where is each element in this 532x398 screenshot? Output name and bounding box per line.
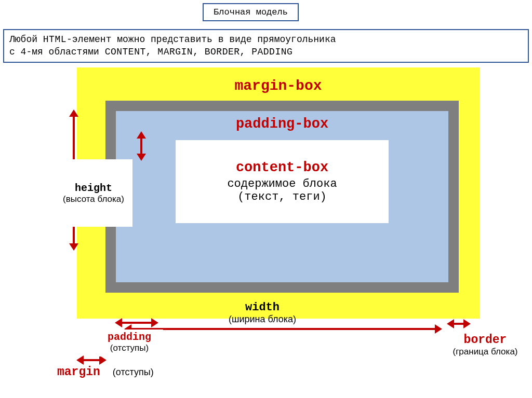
margin-label: margin (отступы): [57, 365, 154, 379]
width-label: width (ширина блока): [229, 301, 296, 325]
padding-subtitle: (отступы): [98, 343, 161, 353]
border-arrow: [453, 323, 465, 325]
border-box: padding-box content-box содержимое блока…: [105, 101, 459, 293]
content-box: content-box содержимое блока (текст, тег…: [176, 140, 389, 223]
description-box: Любой HTML-элемент можно представить в в…: [3, 29, 529, 63]
height-label: height (высота блока): [55, 159, 132, 227]
border-subtitle: (граница блока): [452, 347, 518, 357]
width-title: width: [229, 301, 296, 314]
width-subtitle: (ширина блока): [229, 314, 296, 325]
padding-label: padding (отступы): [96, 330, 163, 356]
desc-areas: content, margin, border, padding: [105, 47, 293, 57]
content-box-title: content-box: [236, 160, 328, 175]
margin-box-label: margin-box: [77, 78, 480, 94]
height-title: height: [75, 182, 112, 194]
padding-arrow: [121, 322, 153, 324]
border-title: border: [452, 333, 518, 347]
desc-line1-prefix: Любой: [9, 34, 43, 45]
desc-line1-suffix: -элемент можно представить в виде прямоу…: [66, 34, 336, 45]
height-arrow-inner: [140, 137, 142, 155]
margin-subtitle: (отступы): [113, 367, 154, 377]
desc-keyword-html: HTML: [43, 34, 66, 45]
box-model-diagram: margin-box padding-box content-box содер…: [0, 63, 532, 398]
border-label: border (граница блока): [449, 331, 522, 359]
title-text: Блочная модель: [214, 7, 288, 17]
content-box-text-2: (текст, теги): [237, 190, 327, 203]
desc-line2-prefix: с 4-мя областями: [9, 47, 105, 57]
margin-title: margin: [57, 365, 100, 379]
padding-title: padding: [98, 331, 161, 343]
height-subtitle: (высота блока): [63, 194, 124, 204]
margin-box: margin-box padding-box content-box содер…: [77, 67, 480, 319]
padding-box-label: padding-box: [236, 116, 328, 132]
margin-arrow: [82, 359, 101, 361]
title-box: Блочная модель: [203, 3, 299, 21]
content-box-text-1: содержимое блока: [227, 177, 337, 190]
width-arrow: [130, 328, 436, 330]
padding-box: padding-box content-box содержимое блока…: [116, 111, 448, 282]
